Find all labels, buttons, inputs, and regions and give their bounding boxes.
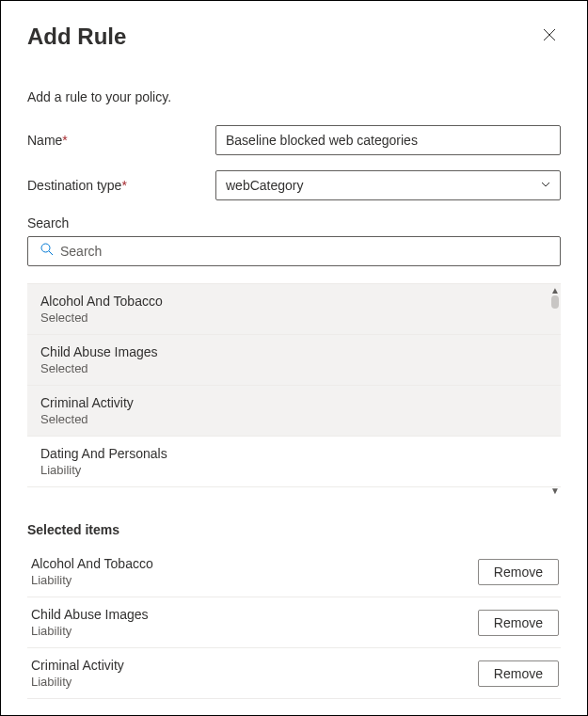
- selected-item-name: Alcohol And Tobacco: [31, 556, 153, 571]
- scroll-up-arrow-icon[interactable]: ▲: [550, 286, 560, 295]
- subtitle: Add a rule to your policy.: [27, 89, 561, 104]
- result-name: Child Abuse Images: [40, 344, 548, 359]
- search-label: Search: [27, 215, 561, 231]
- result-name: Criminal Activity: [40, 395, 548, 410]
- result-status: Selected: [40, 361, 548, 375]
- destination-type-select[interactable]: webCategory: [215, 170, 561, 200]
- selected-item-category: Liability: [31, 675, 124, 689]
- selected-item-name: Child Abuse Images: [31, 607, 149, 622]
- remove-button[interactable]: Remove: [478, 559, 559, 585]
- destination-type-label: Destination type*: [27, 178, 215, 193]
- results-list: Alcohol And TobaccoSelectedChild Abuse I…: [27, 283, 561, 498]
- page-title: Add Rule: [27, 24, 126, 50]
- selected-item-row: Criminal ActivityLiabilityRemove: [27, 648, 561, 699]
- search-input[interactable]: [60, 244, 554, 259]
- remove-button[interactable]: Remove: [478, 660, 559, 687]
- result-status: Selected: [40, 412, 548, 426]
- remove-button[interactable]: Remove: [478, 610, 559, 636]
- result-status: Selected: [40, 310, 548, 325]
- result-row[interactable]: Alcohol And TobaccoSelected: [27, 284, 561, 335]
- result-row[interactable]: Dating And PersonalsLiability: [27, 437, 561, 487]
- scroll-down-arrow-icon[interactable]: ▼: [550, 486, 560, 496]
- search-input-container[interactable]: [27, 236, 561, 266]
- selected-item-row: Alcohol And TobaccoLiabilityRemove: [27, 547, 561, 597]
- svg-point-0: [41, 244, 50, 252]
- name-label: Name*: [27, 133, 215, 148]
- selected-item-name: Criminal Activity: [31, 658, 124, 673]
- selected-item-category: Liability: [31, 573, 153, 587]
- close-icon: [542, 31, 557, 45]
- scrollbar-thumb[interactable]: [551, 295, 559, 309]
- scrollbar[interactable]: ▲ ▼: [549, 284, 561, 498]
- selected-items-list: Alcohol And TobaccoLiabilityRemoveChild …: [27, 547, 561, 699]
- selected-items-heading: Selected items: [27, 522, 561, 537]
- result-name: Alcohol And Tobacco: [40, 294, 548, 309]
- result-status: Liability: [40, 463, 548, 477]
- result-name: Dating And Personals: [40, 446, 548, 461]
- result-row[interactable]: Child Abuse ImagesSelected: [27, 335, 561, 386]
- close-button[interactable]: [538, 24, 561, 49]
- name-input[interactable]: [215, 125, 561, 155]
- result-row[interactable]: Criminal ActivitySelected: [27, 386, 561, 437]
- search-icon: [40, 242, 55, 261]
- selected-item-row: Child Abuse ImagesLiabilityRemove: [27, 597, 561, 648]
- selected-item-category: Liability: [31, 624, 149, 638]
